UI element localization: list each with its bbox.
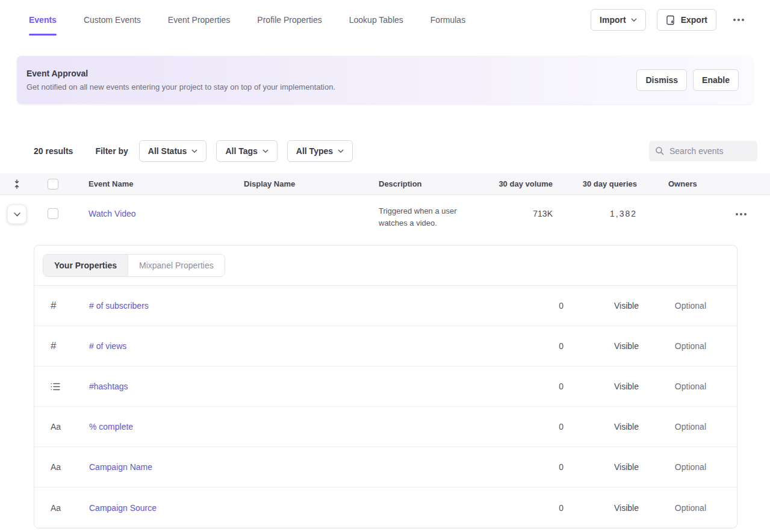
property-count: 0 [497, 301, 564, 311]
tags-filter-label: All Tags [225, 146, 257, 156]
banner-actions: Dismiss Enable [636, 69, 739, 91]
text-type-icon: Aa [51, 503, 61, 513]
properties-panel: Your Properties Mixpanel Properties # # … [34, 245, 737, 528]
chevron-down-icon [631, 18, 637, 22]
property-visibility: Visible [564, 422, 639, 431]
property-requirement: Optional [639, 422, 706, 431]
export-csv-icon [666, 15, 676, 25]
properties-segmented-control: Your Properties Mixpanel Properties [43, 254, 225, 277]
row-more-icon[interactable] [733, 209, 749, 219]
tab-mixpanel-properties[interactable]: Mixpanel Properties [128, 255, 225, 276]
number-type-icon: # [51, 340, 56, 352]
types-filter-label: All Types [296, 146, 333, 156]
property-count: 0 [497, 422, 564, 431]
event-row: Watch Video Triggered when a user watche… [0, 195, 770, 229]
column-display-name: Display Name [244, 179, 379, 188]
property-visibility: Visible [564, 301, 639, 311]
text-type-icon: Aa [51, 462, 61, 472]
tab-lookup-tables[interactable]: Lookup Tables [349, 0, 403, 40]
property-requirement: Optional [639, 503, 706, 513]
number-type-icon: # [51, 300, 56, 312]
property-visibility: Visible [564, 382, 639, 391]
property-requirement: Optional [639, 301, 706, 311]
tab-your-properties[interactable]: Your Properties [43, 255, 128, 276]
text-type-icon: Aa [51, 422, 61, 431]
property-row: Aa Campaign Name 0 Visible Optional [34, 447, 737, 487]
column-description: Description [379, 179, 494, 188]
export-button[interactable]: Export [657, 9, 716, 31]
property-requirement: Optional [639, 382, 706, 391]
property-visibility: Visible [564, 462, 639, 472]
property-row: # # of views 0 Visible Optional [34, 326, 737, 367]
collapse-row-button[interactable] [7, 205, 26, 224]
chevron-down-icon [191, 149, 197, 153]
property-requirement: Optional [639, 341, 706, 351]
property-name-link[interactable]: # of views [89, 341, 497, 351]
banner-title: Event Approval [26, 69, 636, 78]
event-volume: 713K [494, 203, 560, 218]
property-name-link[interactable]: # of subscribers [89, 301, 497, 311]
search-input[interactable] [669, 146, 751, 156]
tab-events[interactable]: Events [29, 0, 57, 40]
property-count: 0 [497, 462, 564, 472]
import-button-label: Import [600, 15, 626, 25]
filter-bar: 20 results Filter by All Status All Tags… [0, 140, 770, 162]
banner-description: Get notified on all new events entering … [26, 82, 636, 91]
list-type-icon [51, 383, 60, 391]
column-owners: Owners [644, 179, 722, 188]
event-name-link[interactable]: Watch Video [88, 203, 136, 218]
property-count: 0 [497, 382, 564, 391]
collapse-all-icon[interactable] [13, 179, 21, 189]
select-all-checkbox[interactable] [48, 179, 58, 190]
status-filter-dropdown[interactable]: All Status [139, 140, 207, 162]
tab-formulas[interactable]: Formulas [430, 0, 465, 40]
property-requirement: Optional [639, 462, 706, 472]
column-event-name: Event Name [72, 179, 244, 188]
property-count: 0 [497, 503, 564, 513]
column-volume: 30 day volume [494, 179, 560, 188]
property-name-link[interactable]: #hashtags [89, 382, 497, 391]
property-row: Aa % complete 0 Visible Optional [34, 407, 737, 447]
property-visibility: Visible [564, 341, 639, 351]
types-filter-dropdown[interactable]: All Types [287, 140, 353, 162]
search-icon [655, 146, 665, 156]
property-count: 0 [497, 341, 564, 351]
top-navigation: Events Custom Events Event Properties Pr… [0, 0, 770, 40]
chevron-down-icon [14, 212, 20, 217]
property-visibility: Visible [564, 503, 639, 513]
property-row: #hashtags 0 Visible Optional [34, 367, 737, 407]
event-approval-banner: Event Approval Get notified on all new e… [17, 56, 753, 104]
search-events-box [649, 141, 757, 161]
property-name-link[interactable]: Campaign Source [89, 503, 497, 513]
properties-tab-bar: Your Properties Mixpanel Properties [34, 246, 737, 286]
property-name-link[interactable]: % complete [89, 422, 497, 431]
more-options-icon[interactable] [731, 15, 747, 25]
nav-tabs: Events Custom Events Event Properties Pr… [29, 0, 591, 40]
nav-actions: Import Export [591, 9, 747, 31]
enable-button[interactable]: Enable [693, 69, 739, 91]
export-button-label: Export [681, 15, 707, 25]
tags-filter-dropdown[interactable]: All Tags [216, 140, 277, 162]
dismiss-button[interactable]: Dismiss [636, 69, 687, 91]
table-header: Event Name Display Name Description 30 d… [0, 173, 770, 195]
row-checkbox[interactable] [48, 208, 58, 219]
property-row: # # of subscribers 0 Visible Optional [34, 286, 737, 326]
event-description: Triggered when a user watches a video. [379, 203, 475, 229]
tab-event-properties[interactable]: Event Properties [168, 0, 231, 40]
results-count: 20 results [34, 146, 73, 156]
column-queries: 30 day queries [560, 179, 644, 188]
event-queries: 1,382 [560, 203, 644, 218]
import-button[interactable]: Import [591, 9, 646, 31]
tab-custom-events[interactable]: Custom Events [84, 0, 141, 40]
filter-by-label: Filter by [95, 146, 128, 156]
property-row: Aa Campaign Source 0 Visible Optional [34, 487, 737, 528]
status-filter-label: All Status [148, 146, 187, 156]
tab-profile-properties[interactable]: Profile Properties [257, 0, 321, 40]
chevron-down-icon [262, 149, 269, 153]
banner-text: Event Approval Get notified on all new e… [26, 69, 636, 91]
chevron-down-icon [338, 149, 344, 153]
property-name-link[interactable]: Campaign Name [89, 462, 497, 472]
